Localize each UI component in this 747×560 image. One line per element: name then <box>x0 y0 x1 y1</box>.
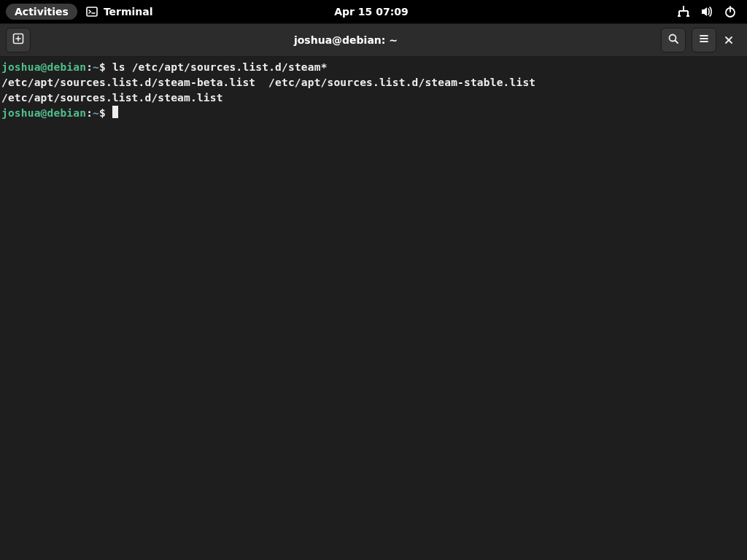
svg-rect-5 <box>679 10 688 12</box>
prompt-host: debian <box>47 61 87 73</box>
app-indicator[interactable]: Terminal <box>86 6 153 18</box>
prompt-host: debian <box>47 107 87 119</box>
svg-rect-1 <box>683 6 684 9</box>
close-button[interactable] <box>716 28 741 52</box>
output-line: /etc/apt/sources.list.d/steam.list <box>1 92 223 104</box>
clock-text: Apr 15 07:09 <box>334 6 409 18</box>
new-tab-button[interactable] <box>6 28 31 52</box>
new-tab-icon <box>12 33 24 47</box>
search-icon <box>667 33 679 47</box>
prompt-sep: : <box>86 61 93 73</box>
prompt-dollar: $ <box>99 107 112 119</box>
svg-rect-3 <box>678 12 680 15</box>
activities-label: Activities <box>15 6 69 18</box>
svg-rect-9 <box>686 15 689 17</box>
network-icon[interactable] <box>677 5 690 18</box>
terminal-icon <box>86 6 98 18</box>
app-name-label: Terminal <box>104 6 153 18</box>
output-line: /etc/apt/sources.list.d/steam-beta.list … <box>1 77 535 88</box>
hamburger-menu-button[interactable] <box>692 28 716 52</box>
activities-button[interactable]: Activities <box>6 4 77 20</box>
gnome-top-bar: Activities Terminal Apr 15 07:09 <box>0 0 747 23</box>
terminal-header-bar: joshua@debian: ~ <box>0 23 747 57</box>
svg-rect-7 <box>687 11 689 12</box>
prompt-sep: : <box>86 107 93 119</box>
close-icon <box>724 34 733 47</box>
svg-rect-6 <box>678 11 680 12</box>
prompt-dollar: $ <box>99 61 112 73</box>
cursor <box>112 106 118 118</box>
search-button[interactable] <box>661 28 686 52</box>
prompt-at: @ <box>41 61 47 73</box>
svg-rect-4 <box>687 12 689 15</box>
clock[interactable]: Apr 15 07:09 <box>334 6 409 18</box>
hamburger-icon <box>698 33 710 47</box>
prompt-path: ~ <box>93 61 99 73</box>
volume-icon[interactable] <box>700 5 713 18</box>
svg-rect-8 <box>678 15 681 17</box>
command-text: ls /etc/apt/sources.list.d/steam* <box>112 61 328 73</box>
terminal-content[interactable]: joshua@debian:~$ ls /etc/apt/sources.lis… <box>0 57 747 560</box>
svg-rect-2 <box>683 9 684 10</box>
power-icon[interactable] <box>724 5 737 18</box>
prompt-at: @ <box>41 107 47 119</box>
prompt-path: ~ <box>93 107 99 119</box>
svg-rect-0 <box>87 7 97 16</box>
prompt-user: joshua <box>1 107 41 119</box>
window-title: joshua@debian: ~ <box>31 34 661 46</box>
prompt-user: joshua <box>1 61 41 73</box>
svg-line-16 <box>676 41 678 44</box>
